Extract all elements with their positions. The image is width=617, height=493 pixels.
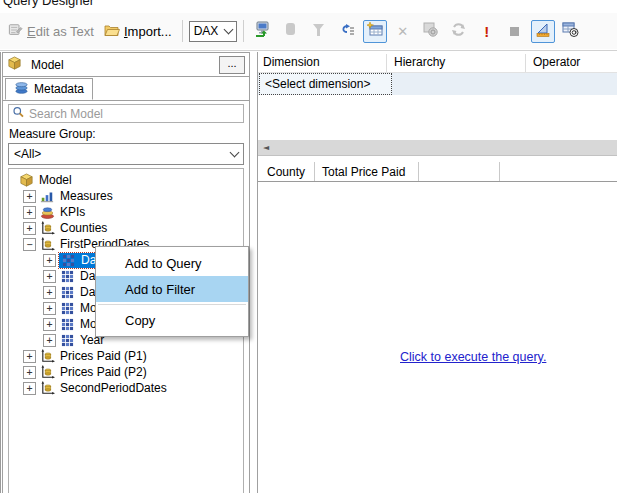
measure-group-dropdown[interactable]: <All>: [8, 143, 244, 165]
edit-as-text-rest: dit as Text: [36, 24, 94, 39]
cancel-button[interactable]: [503, 20, 527, 43]
cube-selection-icon: [284, 22, 298, 40]
toolbar: Edit as Text Import... DAX: [0, 13, 617, 49]
attribute-icon: [59, 285, 75, 300]
expand-icon[interactable]: [43, 318, 56, 331]
search-icon: [12, 106, 25, 122]
result-grid: County Total Price Paid: [258, 158, 617, 493]
tab-metadata-label: Metadata: [34, 82, 84, 96]
edit-as-text-mnemonic: E: [27, 24, 36, 39]
expand-icon[interactable]: [23, 350, 36, 363]
chevron-down-icon: [230, 148, 240, 158]
cube-selection-button[interactable]: [279, 20, 303, 43]
context-menu: Add to Query Add to Filter Copy: [95, 246, 249, 337]
column-divider: [314, 162, 315, 181]
tree-item-label: Prices Paid (P2): [58, 365, 149, 379]
measure-group-value: <All>: [14, 147, 41, 161]
cube-icon: [18, 173, 34, 188]
result-header-divider: [258, 181, 617, 182]
scroll-left-arrow-icon[interactable]: [258, 140, 274, 155]
expand-icon[interactable]: [23, 366, 36, 379]
tree-item-prices-paid-p1[interactable]: Prices Paid (P1): [9, 348, 243, 364]
execute-query-link[interactable]: Click to execute the query.: [400, 350, 546, 364]
result-column-total-price-paid[interactable]: Total Price Paid: [322, 163, 405, 181]
filter-column-operator[interactable]: Operator: [533, 55, 580, 69]
chevron-down-icon: [223, 25, 233, 35]
filter-button[interactable]: [307, 20, 331, 43]
filter-grid-header: Dimension Hierarchy Operator: [258, 54, 617, 73]
search-model-input[interactable]: Search Model: [8, 104, 244, 123]
attribute-icon: [59, 333, 75, 348]
query-parameters-icon: [422, 22, 439, 40]
add-calculated-member-icon: [367, 22, 383, 40]
expand-icon[interactable]: [43, 254, 56, 267]
result-column-county[interactable]: County: [267, 163, 305, 181]
select-dimension-cell[interactable]: <Select dimension>: [259, 73, 392, 95]
metadata-layers-icon: [14, 80, 29, 98]
command-type-value: DAX: [194, 24, 219, 38]
attribute-icon: [60, 253, 76, 268]
menu-separator: [98, 304, 246, 305]
expand-icon[interactable]: [43, 334, 56, 347]
tree-item-prices-paid-p2[interactable]: Prices Paid (P2): [9, 364, 243, 380]
menu-item-add-to-query[interactable]: Add to Query: [96, 250, 248, 276]
dimension-icon: [39, 221, 55, 236]
window-left-edge: [0, 52, 1, 493]
tree-item-label: Prices Paid (P1): [58, 349, 149, 363]
folder-open-icon: [104, 23, 120, 40]
expand-icon[interactable]: [23, 382, 36, 395]
execute-query-icon: [484, 23, 489, 40]
dimension-icon: [39, 381, 55, 396]
prepare-query-button[interactable]: [447, 20, 471, 43]
model-header: Model ...: [3, 53, 249, 77]
delete-icon: [397, 24, 408, 39]
design-mode-icon: [535, 22, 551, 41]
prepare-query-icon: [451, 22, 466, 40]
attribute-icon: [59, 317, 75, 332]
cancel-icon: [510, 27, 519, 36]
model-title: Model: [31, 58, 219, 72]
execute-query-button[interactable]: [475, 20, 499, 43]
search-placeholder: Search Model: [29, 107, 103, 121]
horizontal-scrollbar[interactable]: [258, 140, 617, 156]
import-button[interactable]: Import...: [100, 21, 176, 42]
menu-item-copy[interactable]: Copy: [96, 307, 248, 333]
edit-connection-icon: [254, 21, 272, 41]
edit-connection-button[interactable]: [251, 20, 275, 43]
expand-icon[interactable]: [23, 190, 36, 203]
tree-item-counties[interactable]: Counties: [9, 220, 243, 236]
expand-icon[interactable]: [23, 206, 36, 219]
tree-item-model[interactable]: Model: [9, 172, 243, 188]
column-divider: [386, 54, 387, 72]
filter-column-dimension[interactable]: Dimension: [263, 55, 320, 69]
measures-chart-icon: [39, 189, 55, 204]
command-type-combobox[interactable]: DAX: [189, 21, 237, 42]
model-browse-button[interactable]: ...: [219, 56, 245, 74]
tree-item-measures[interactable]: Measures: [9, 188, 243, 204]
dimension-icon: [39, 365, 55, 380]
tab-metadata[interactable]: Metadata: [5, 78, 93, 100]
menu-item-add-to-filter[interactable]: Add to Filter: [96, 276, 248, 302]
design-mode-button[interactable]: [531, 20, 555, 43]
window-title: Query Designer: [3, 0, 94, 8]
import-label: Import...: [124, 24, 172, 39]
edit-as-text-button[interactable]: Edit as Text: [4, 21, 98, 42]
add-calculated-member-button[interactable]: [363, 20, 387, 43]
kpi-stack-icon: [39, 205, 55, 220]
tree-item-label: Counties: [58, 221, 109, 235]
filter-column-hierarchy[interactable]: Hierarchy: [394, 55, 445, 69]
tree-item-label: Model: [37, 173, 74, 187]
tree-item-kpis[interactable]: KPIs: [9, 204, 243, 220]
query-parameters-disabled-button[interactable]: [419, 20, 443, 43]
delete-button[interactable]: [391, 20, 415, 43]
tree-item-secondperioddates[interactable]: SecondPeriodDates: [9, 380, 243, 396]
expand-icon[interactable]: [43, 286, 56, 299]
query-parameters-table-button[interactable]: [559, 20, 583, 43]
cube-icon: [7, 56, 22, 74]
expand-icon[interactable]: [43, 302, 56, 315]
expand-icon[interactable]: [43, 270, 56, 283]
tree-item-label: SecondPeriodDates: [58, 381, 169, 395]
expand-icon[interactable]: [23, 222, 36, 235]
collapse-icon[interactable]: [23, 238, 36, 251]
autoexists-button[interactable]: [335, 20, 359, 43]
